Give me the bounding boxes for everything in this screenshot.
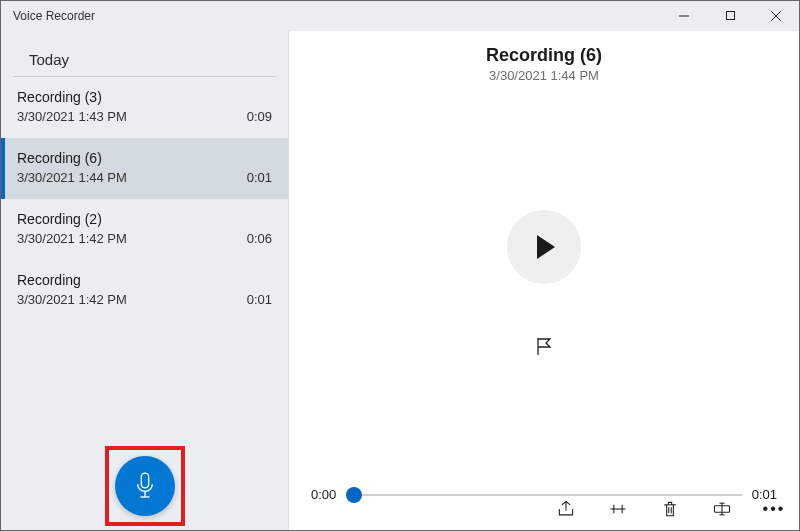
recording-item[interactable]: Recording (2) 3/30/2021 1:42 PM 0:06 [1,199,288,260]
record-button[interactable] [115,456,175,516]
recording-date: 3/30/2021 1:44 PM [17,170,127,185]
recording-name: Recording (6) [17,150,272,166]
detail-title: Recording (6) [486,45,602,66]
recordings-sidebar: Today Recording (3) 3/30/2021 1:43 PM 0:… [1,31,289,530]
detail-toolbar: ••• [553,496,787,522]
ellipsis-icon: ••• [763,500,786,518]
recording-name: Recording [17,272,272,288]
close-button[interactable] [753,1,799,30]
playback-area [507,83,581,487]
recording-duration: 0:09 [247,109,272,124]
section-header: Today [13,31,276,77]
app-body: Today Recording (3) 3/30/2021 1:43 PM 0:… [1,31,799,530]
recording-name: Recording (2) [17,211,272,227]
rename-icon [712,499,732,519]
recording-date: 3/30/2021 1:43 PM [17,109,127,124]
share-icon [556,499,576,519]
svg-rect-4 [141,473,148,488]
trash-icon [660,499,680,519]
recording-item[interactable]: Recording 3/30/2021 1:42 PM 0:01 [1,260,288,321]
recording-date: 3/30/2021 1:42 PM [17,231,127,246]
share-button[interactable] [553,496,579,522]
window-title: Voice Recorder [1,9,661,23]
recording-duration: 0:01 [247,170,272,185]
add-marker-button[interactable] [530,332,558,360]
more-button[interactable]: ••• [761,496,787,522]
window-controls [661,1,799,30]
recording-item[interactable]: Recording (3) 3/30/2021 1:43 PM 0:09 [1,77,288,138]
svg-rect-1 [726,12,734,20]
trim-button[interactable] [605,496,631,522]
minimize-button[interactable] [661,1,707,30]
play-button[interactable] [507,210,581,284]
flag-icon [533,335,555,357]
recording-duration: 0:01 [247,292,272,307]
trim-icon [608,499,628,519]
recording-detail: Recording (6) 3/30/2021 1:44 PM 0:00 [289,31,799,530]
rename-button[interactable] [709,496,735,522]
titlebar: Voice Recorder [1,1,799,31]
detail-date: 3/30/2021 1:44 PM [489,68,599,83]
time-current: 0:00 [311,487,336,502]
recording-duration: 0:06 [247,231,272,246]
microphone-icon [134,471,156,501]
play-icon [537,235,555,259]
timeline-thumb[interactable] [346,487,362,503]
recording-date: 3/30/2021 1:42 PM [17,292,127,307]
delete-button[interactable] [657,496,683,522]
record-button-highlight [105,446,185,526]
maximize-button[interactable] [707,1,753,30]
recording-item[interactable]: Recording (6) 3/30/2021 1:44 PM 0:01 [1,138,288,199]
recording-name: Recording (3) [17,89,272,105]
app-window: Voice Recorder Today Recording (3) 3/30/… [0,0,800,531]
